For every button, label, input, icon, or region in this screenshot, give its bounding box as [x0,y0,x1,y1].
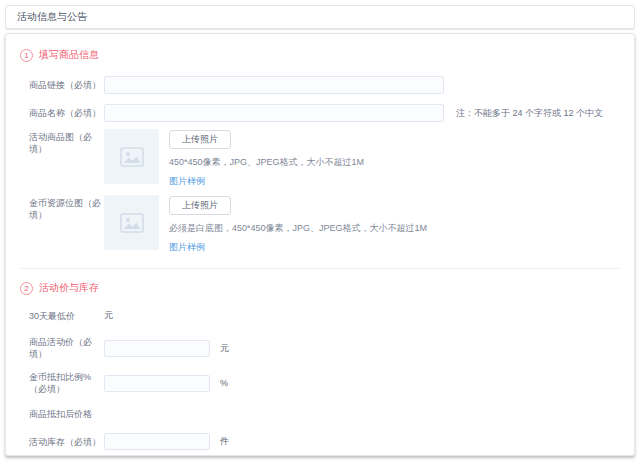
product-name-row: 商品名称（必填） 注：不能多于 24 个字符或 12 个中文 [18,104,622,122]
coin-image-upload-button[interactable]: 上传照片 [169,196,231,215]
activity-price-label: 商品活动价（必填） [29,336,104,360]
page: 活动信息与公告 1 填写商品信息 商品链接（必填） 商品名称（必填） 注：不能多… [0,0,640,456]
product-image-label: 活动商品图（必填） [29,129,104,155]
page-title: 活动信息与公告 [17,11,87,22]
product-image-row: 活动商品图（必填） 上传照片 450*450像素，JPG、JPEG格式，大小不超… [18,129,622,188]
image-placeholder-icon [120,147,144,167]
stock-label: 活动库存（必填） [29,436,104,448]
product-name-input[interactable] [104,104,444,122]
coin-image-placeholder [104,195,159,250]
coin-ratio-label: 金币抵扣比例%（必填） [29,371,104,395]
activity-price-row: 商品活动价（必填） 元 [18,336,622,360]
coin-ratio-input[interactable] [104,375,210,392]
section1-title: 1 填写商品信息 [20,48,622,62]
section-divider [20,268,620,269]
stock-input[interactable] [104,433,210,450]
coin-ratio-unit: % [220,378,228,388]
product-name-note: 注：不能多于 24 个字符或 12 个中文 [456,107,603,120]
coin-image-requirements: 必须是白底图，450*450像素，JPG、JPEG格式，大小不超过1M [169,222,427,235]
coin-image-label: 金币资源位图（必填） [29,195,104,221]
image-placeholder-icon [120,213,144,233]
product-image-upload-info: 上传照片 450*450像素，JPG、JPEG格式，大小不超过1M 图片样例 [169,129,364,188]
stock-unit: 件 [220,435,229,448]
activity-price-input[interactable] [104,340,210,357]
lowest-price-unit: 元 [104,309,113,322]
lowest-price-row: 30天最低价 元 [18,309,622,322]
form-panel: 1 填写商品信息 商品链接（必填） 商品名称（必填） 注：不能多于 24 个字符… [5,33,635,456]
section2-title-text: 活动价与库存 [39,281,99,295]
lowest-price-label: 30天最低价 [29,310,104,322]
product-link-row: 商品链接（必填） [18,76,622,94]
stock-row: 活动库存（必填） 件 [18,433,622,450]
product-image-placeholder [104,129,159,184]
activity-price-unit: 元 [220,342,229,355]
product-link-label: 商品链接（必填） [29,79,104,91]
section1-title-text: 填写商品信息 [39,48,99,62]
coin-image-upload-info: 上传照片 必须是白底图，450*450像素，JPG、JPEG格式，大小不超过1M… [169,195,427,254]
section1-number-badge: 1 [20,49,33,62]
product-image-upload-button[interactable]: 上传照片 [169,130,231,149]
coin-ratio-row: 金币抵扣比例%（必填） % [18,371,622,395]
price-after-label: 商品抵扣后价格 [29,408,104,420]
product-name-label: 商品名称（必填） [29,107,104,119]
coin-image-row: 金币资源位图（必填） 上传照片 必须是白底图，450*450像素，JPG、JPE… [18,195,622,254]
product-image-requirements: 450*450像素，JPG、JPEG格式，大小不超过1M [169,156,364,169]
product-image-sample-link[interactable]: 图片样例 [169,175,205,188]
coin-image-sample-link[interactable]: 图片样例 [169,241,205,254]
product-link-input[interactable] [104,76,444,94]
section2-number-badge: 2 [20,282,33,295]
price-after-row: 商品抵扣后价格 [18,408,622,420]
page-header: 活动信息与公告 [5,5,635,29]
section2-title: 2 活动价与库存 [20,281,622,295]
